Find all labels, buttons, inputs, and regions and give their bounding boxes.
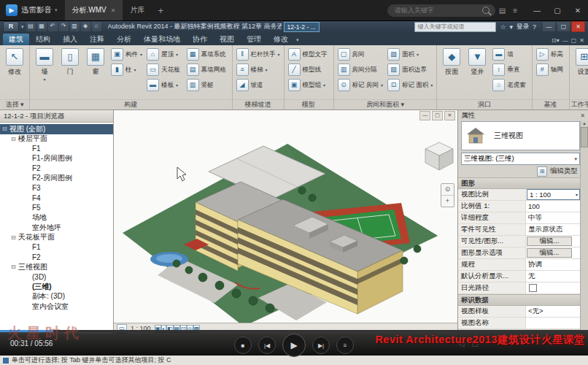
ribbon-button[interactable]: ‖栏杆扶手▾ <box>235 47 282 62</box>
section-header-graphics[interactable]: 图形 <box>458 177 581 189</box>
ribbon-tab[interactable]: 分析 <box>111 34 137 45</box>
ribbon-tab[interactable]: 管理 <box>241 34 267 45</box>
qat-tool-icon[interactable]: ▤ <box>26 22 36 31</box>
tree-item[interactable]: F1-房间图例 <box>0 154 113 164</box>
property-value[interactable] <box>526 318 581 328</box>
scrollbar[interactable]: ▲ ▼ <box>580 121 588 334</box>
sign-in-button[interactable]: 登录 <box>517 23 529 31</box>
tree-expander-icon[interactable]: ⊟ <box>2 126 9 132</box>
qat-tool-icon[interactable]: ◈ <box>81 22 90 31</box>
player-app-menu[interactable]: 迅雷影音 ▾ <box>21 5 58 15</box>
doc-minimize-icon[interactable]: — <box>562 37 568 44</box>
3d-model-canvas[interactable] <box>114 110 457 323</box>
progress-bar[interactable] <box>0 330 588 332</box>
scroll-thumb[interactable] <box>581 127 588 147</box>
player-search-input[interactable] <box>393 6 479 15</box>
nav-tool-icon[interactable]: ⊙ <box>441 184 454 196</box>
qat-tool-icon[interactable]: ⌂ <box>92 22 101 31</box>
play-button[interactable]: ▶ <box>282 334 306 357</box>
ribbon-button[interactable]: ▷标高 <box>535 47 567 62</box>
drawing-area[interactable]: — ▢ ✕ <box>114 110 458 334</box>
chevron-down-icon[interactable]: ▾ <box>509 23 513 31</box>
ribbon-button[interactable]: ╱模型线 <box>287 62 331 77</box>
ribbon-button[interactable]: ▼竖井 <box>465 47 490 77</box>
ribbon-tab[interactable]: 注释 <box>84 34 110 45</box>
player-tab-video[interactable]: 分析.WMV ✕ <box>65 0 123 20</box>
main-menu-icon[interactable]: ≡ <box>509 7 521 15</box>
view-restore-icon[interactable]: ▢ <box>432 111 443 120</box>
ribbon-tab[interactable]: 视图 <box>214 34 240 45</box>
view-cube[interactable] <box>422 139 456 176</box>
property-value[interactable]: 中等 <box>526 212 581 223</box>
property-value[interactable]: <无> <box>526 306 581 317</box>
section-header-identity[interactable]: 标识数据 <box>458 294 581 306</box>
ribbon-button[interactable]: ◆按面 <box>439 47 464 77</box>
ribbon-tab[interactable]: 协作 <box>187 34 213 45</box>
playlist-button[interactable]: ≡ <box>336 337 354 354</box>
ribbon-button[interactable]: ⊡标记 面积▾ <box>386 77 434 93</box>
tree-item[interactable]: 室内会议室 <box>0 301 113 312</box>
player-tab-library[interactable]: 片库 <box>123 0 152 20</box>
ribbon-button[interactable]: ▢房间 <box>336 47 384 62</box>
ribbon-button[interactable]: A模型文字 <box>287 47 331 62</box>
tree-expander-icon[interactable]: ⊟ <box>11 234 18 241</box>
view-close-icon[interactable]: ✕ <box>444 111 455 120</box>
qat-tool-icon[interactable]: ▦ <box>37 22 47 31</box>
nav-tool-icon[interactable]: + <box>441 196 454 207</box>
tree-item[interactable]: F4 <box>0 193 113 204</box>
previous-button[interactable]: |◀ <box>258 337 276 354</box>
close-button[interactable]: ✕ <box>568 0 588 20</box>
tree-item[interactable]: F2-房间图例 <box>0 174 113 184</box>
qat-tool-icon[interactable]: ▥ <box>70 22 80 31</box>
property-value[interactable]: 编辑... <box>527 248 572 258</box>
ribbon-button[interactable]: ▥竖梃 <box>185 77 230 93</box>
ribbon-button[interactable]: ▣模型组▾ <box>287 77 331 93</box>
ribbon-tab[interactable]: 结构 <box>30 34 56 45</box>
minimize-button[interactable]: — <box>527 0 547 20</box>
tree-item[interactable]: 室外地坪 <box>0 223 113 233</box>
tree-item[interactable]: F3 <box>0 183 113 193</box>
ribbon-button[interactable]: ▯门 <box>58 47 82 82</box>
revit-app-button[interactable]: R <box>3 21 19 32</box>
help-icon[interactable]: ? <box>533 23 536 31</box>
ribbon-button[interactable]: ▬墙 <box>491 47 530 62</box>
player-search[interactable] <box>387 4 495 17</box>
doc-restore-icon[interactable]: ▢ <box>571 37 577 44</box>
ribbon-button[interactable]: ◢坡道 <box>235 77 282 93</box>
ribbon-button[interactable]: ⌂屋顶▾ <box>145 47 184 62</box>
ribbon-button[interactable]: #轴网 <box>535 62 567 77</box>
ribbon-button[interactable]: ▥房间分隔 <box>336 62 384 77</box>
close-icon[interactable]: ✕ <box>580 112 585 119</box>
edit-type-button[interactable]: ⊞ 编辑类型 <box>458 165 588 177</box>
tree-item[interactable]: ⊟ 楼层平面 <box>0 134 113 145</box>
stop-button[interactable]: ■ <box>234 337 252 354</box>
ribbon-button[interactable]: ⌂老虎窗 <box>491 77 530 93</box>
tree-expander-icon[interactable]: ⊟ <box>11 264 18 270</box>
ribbon-button[interactable]: ▨面积▾ <box>386 47 434 62</box>
ribbon-button[interactable]: ▦窗 <box>83 47 108 82</box>
ribbon-button[interactable]: ↕垂直 <box>491 62 530 77</box>
tree-item[interactable]: F1 <box>0 242 113 253</box>
qat-tool-icon[interactable]: ↷ <box>59 22 69 31</box>
search-icon[interactable] <box>482 7 490 14</box>
help-search-field[interactable]: 键入关键字或短语 <box>414 22 496 32</box>
property-value[interactable]: 编辑... <box>527 237 572 246</box>
tree-item[interactable]: F2 <box>0 164 113 174</box>
property-value[interactable]: 协调 <box>526 259 581 270</box>
property-value[interactable] <box>526 283 581 293</box>
revit-minimize-button[interactable]: — <box>542 21 556 32</box>
tree-item[interactable]: (3D) <box>0 272 113 283</box>
type-preview[interactable]: 三维视图 <box>461 121 580 150</box>
ribbon-button[interactable]: ⊙标记 房间▾ <box>336 77 384 93</box>
ribbon-tab[interactable]: 体量和场地 <box>138 34 186 45</box>
property-value[interactable]: 显示原状态 <box>526 224 581 235</box>
view-minimize-icon[interactable]: — <box>419 111 430 120</box>
tree-item[interactable]: ⊟ 视图 (全部) <box>0 124 113 134</box>
ribbon-button[interactable]: ▣构件▾ <box>109 47 144 62</box>
ribbon-button[interactable]: ≡楼梯▾ <box>235 62 282 77</box>
chevron-down-icon[interactable]: ▾ <box>294 37 303 45</box>
qat-tool-icon[interactable]: ↶ <box>48 22 58 31</box>
property-value[interactable]: 100 <box>526 201 581 212</box>
ribbon-button[interactable]: ↖修改 <box>2 47 27 77</box>
doc-close-icon[interactable]: ✕ <box>579 37 584 44</box>
